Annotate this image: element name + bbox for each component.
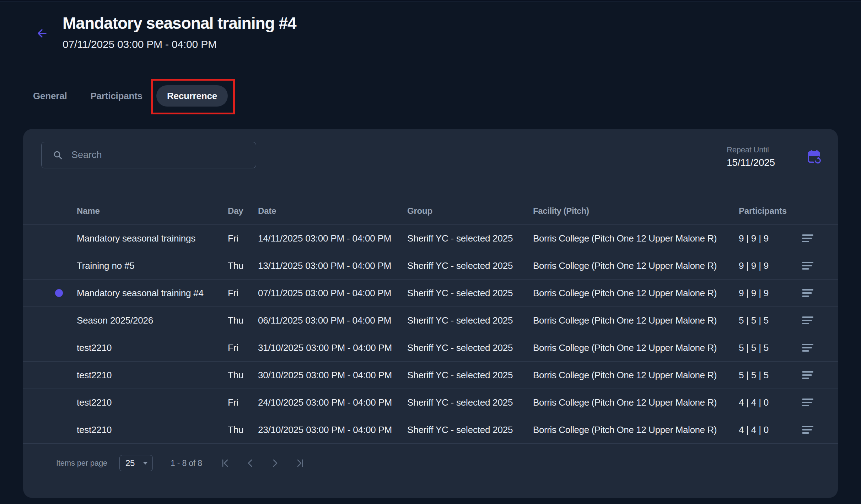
cell-date: 31/10/2025 03:00 PM - 04:00 PM	[258, 342, 392, 353]
column-header-group: Group	[407, 206, 432, 216]
cell-day: Thu	[228, 260, 243, 271]
align-left-icon	[802, 371, 813, 379]
first-page-button[interactable]	[217, 455, 233, 471]
tabs-divider	[23, 115, 838, 115]
tab-participants[interactable]: Participants	[90, 85, 142, 107]
row-details-button[interactable]	[800, 424, 816, 436]
table-body: Mandatory seasonal trainings Fri 14/11/2…	[23, 225, 838, 444]
row-details-button[interactable]	[800, 396, 816, 408]
cell-group: Sheriff YC - selected 2025	[407, 424, 513, 435]
prev-page-button[interactable]	[242, 455, 258, 471]
cell-facility: Borris College (Pitch One 12 Upper Malon…	[533, 260, 717, 271]
row-details-button[interactable]	[800, 287, 816, 299]
first-page-icon	[220, 458, 231, 468]
column-header-facility: Facility (Pitch)	[533, 206, 589, 216]
tab-general[interactable]: General	[33, 85, 67, 107]
cell-name: test2210	[77, 370, 112, 381]
cell-day: Fri	[228, 397, 238, 408]
table-row[interactable]: test2210 Fri 24/10/2025 03:00 PM - 04:00…	[23, 389, 838, 416]
cell-facility: Borris College (Pitch One 12 Upper Malon…	[533, 315, 717, 326]
cell-facility: Borris College (Pitch One 12 Upper Malon…	[533, 288, 717, 299]
cell-date: 23/10/2025 03:00 PM - 04:00 PM	[258, 424, 392, 435]
cell-participants: 5 | 5 | 5	[739, 315, 769, 326]
cell-name: Mandatory seasonal training #4	[77, 288, 204, 299]
next-page-button[interactable]	[267, 455, 283, 471]
cell-date: 13/11/2025 03:00 PM - 04:00 PM	[258, 260, 391, 271]
cell-name: Mandatory seasonal trainings	[77, 233, 195, 244]
cell-group: Sheriff YC - selected 2025	[407, 397, 513, 408]
cell-group: Sheriff YC - selected 2025	[407, 288, 513, 299]
search-input[interactable]	[71, 150, 249, 161]
cell-day: Fri	[228, 233, 238, 244]
table-row[interactable]: test2210 Fri 31/10/2025 03:00 PM - 04:00…	[23, 334, 838, 362]
cell-group: Sheriff YC - selected 2025	[407, 370, 513, 381]
page-title: Mandatory seasonal training #4	[63, 13, 296, 33]
column-header-date: Date	[258, 206, 276, 216]
cell-participants: 4 | 4 | 0	[739, 424, 769, 435]
cell-date: 07/11/2025 03:00 PM - 04:00 PM	[258, 288, 391, 299]
column-header-day: Day	[228, 206, 243, 216]
cell-participants: 4 | 4 | 0	[739, 397, 769, 408]
cell-group: Sheriff YC - selected 2025	[407, 260, 513, 271]
cell-participants: 5 | 5 | 5	[739, 370, 769, 381]
repeat-until-block: Repeat Until 15/11/2025	[727, 145, 822, 168]
repeat-until-value: 15/11/2025	[727, 157, 775, 168]
page-header: Mandatory seasonal training #4 07/11/202…	[0, 0, 861, 71]
cell-name: Training no #5	[77, 260, 134, 271]
cell-date: 30/10/2025 03:00 PM - 04:00 PM	[258, 370, 392, 381]
align-left-icon	[802, 262, 813, 270]
next-page-icon	[270, 458, 280, 468]
align-left-icon	[802, 234, 813, 242]
table-row[interactable]: Mandatory seasonal trainings Fri 14/11/2…	[23, 225, 838, 252]
row-details-button[interactable]	[800, 314, 816, 326]
table-row[interactable]: Mandatory seasonal training #4 Fri 07/11…	[23, 280, 838, 307]
cell-day: Fri	[228, 342, 238, 353]
cell-participants: 9 | 9 | 9	[739, 260, 769, 271]
last-page-button[interactable]	[292, 455, 308, 471]
caret-down-icon	[143, 462, 148, 465]
cell-day: Thu	[228, 370, 243, 381]
previous-page-icon	[245, 458, 255, 468]
tab-recurrence[interactable]: Recurrence	[156, 85, 228, 107]
row-details-button[interactable]	[800, 232, 816, 244]
back-button[interactable]	[36, 27, 48, 40]
cell-facility: Borris College (Pitch One 12 Upper Malon…	[533, 233, 717, 244]
align-left-icon	[802, 344, 813, 352]
table-row[interactable]: test2210 Thu 23/10/2025 03:00 PM - 04:00…	[23, 416, 838, 444]
table-row[interactable]: Training no #5 Thu 13/11/2025 03:00 PM -…	[23, 252, 838, 280]
cell-participants: 9 | 9 | 9	[739, 233, 769, 244]
cell-day: Thu	[228, 315, 243, 326]
tab-recurrence-label: Recurrence	[167, 91, 217, 102]
cell-day: Thu	[228, 424, 243, 435]
align-left-icon	[802, 316, 813, 324]
align-left-icon	[802, 399, 813, 406]
page-subtitle: 07/11/2025 03:00 PM - 04:00 PM	[63, 38, 296, 50]
tab-bar: General Participants Recurrence	[0, 71, 861, 115]
cell-facility: Borris College (Pitch One 12 Upper Malon…	[533, 370, 717, 381]
cell-facility: Borris College (Pitch One 12 Upper Malon…	[533, 397, 717, 408]
pagination: Items per page 25 1 - 8 of 8	[23, 453, 838, 473]
cell-name: test2210	[77, 342, 112, 353]
calendar-sync-button[interactable]	[807, 150, 822, 164]
search-icon	[53, 150, 63, 160]
column-header-participants: Participants	[739, 206, 787, 216]
current-row-indicator-dot	[55, 289, 63, 297]
align-left-icon	[802, 289, 813, 297]
page-range-label: 1 - 8 of 8	[171, 459, 202, 468]
cell-name: test2210	[77, 424, 112, 435]
search-box[interactable]	[41, 142, 256, 168]
row-details-button[interactable]	[800, 369, 816, 381]
align-left-icon	[802, 426, 813, 434]
cell-date: 14/11/2025 03:00 PM - 04:00 PM	[258, 233, 391, 244]
items-per-page-value: 25	[125, 458, 135, 468]
cell-facility: Borris College (Pitch One 12 Upper Malon…	[533, 424, 717, 435]
row-details-button[interactable]	[800, 342, 816, 354]
row-details-button[interactable]	[800, 260, 816, 272]
table-row[interactable]: test2210 Thu 30/10/2025 03:00 PM - 04:00…	[23, 362, 838, 389]
cell-participants: 9 | 9 | 9	[739, 288, 769, 299]
items-per-page-select[interactable]: 25	[119, 455, 153, 471]
table-header: Name Day Date Group Facility (Pitch) Par…	[23, 168, 838, 225]
last-page-icon	[295, 458, 305, 468]
table-row[interactable]: Season 2025/2026 Thu 06/11/2025 03:00 PM…	[23, 307, 838, 334]
items-per-page-label: Items per page	[56, 459, 107, 468]
